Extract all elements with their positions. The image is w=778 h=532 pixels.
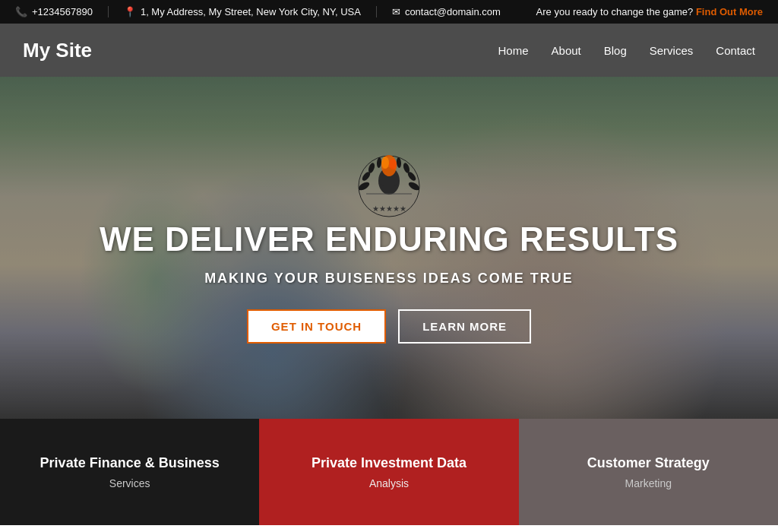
- svg-point-4: [376, 157, 381, 168]
- top-bar: 📞 +1234567890 📍 1, My Address, My Street…: [0, 0, 778, 24]
- nav-services[interactable]: Services: [650, 44, 694, 57]
- cta-text: Are you ready to change the game?: [536, 6, 694, 17]
- logo: My Site: [23, 39, 498, 62]
- address-item: 📍 1, My Address, My Street, New York Cit…: [109, 6, 377, 17]
- hero-section: ★★★★★ WE DELIVER ENDURING RESULTS MAKING…: [0, 77, 778, 419]
- svg-point-13: [389, 159, 397, 169]
- card-investment: Private Investment Data Analysis: [259, 419, 518, 525]
- phone-number: +1234567890: [32, 6, 93, 17]
- svg-text:★★★★★: ★★★★★: [372, 204, 406, 213]
- address-text: 1, My Address, My Street, New York City,…: [141, 6, 361, 17]
- get-in-touch-button[interactable]: GET IN TOUCH: [247, 309, 386, 344]
- card-investment-subtitle: Analysis: [369, 477, 409, 489]
- location-icon: 📍: [124, 6, 136, 17]
- phone-item: 📞 +1234567890: [15, 6, 109, 17]
- svg-rect-10: [381, 175, 397, 186]
- service-cards: Private Finance & Business Services Priv…: [0, 419, 778, 525]
- card-strategy-title: Customer Strategy: [587, 455, 710, 471]
- nav-home[interactable]: Home: [498, 44, 529, 57]
- card-finance: Private Finance & Business Services: [0, 419, 259, 525]
- card-strategy-subtitle: Marketing: [625, 477, 672, 489]
- phone-icon: 📞: [15, 6, 27, 17]
- email-item: ✉ contact@domain.com: [377, 6, 516, 17]
- card-investment-title: Private Investment Data: [312, 455, 466, 471]
- nav-blog[interactable]: Blog: [604, 44, 627, 57]
- nav-contact[interactable]: Contact: [716, 44, 755, 57]
- card-finance-subtitle: Services: [109, 477, 150, 489]
- top-bar-cta: Are you ready to change the game? Find O…: [536, 6, 763, 17]
- learn-more-button[interactable]: LEARN MORE: [398, 309, 531, 344]
- card-strategy: Customer Strategy Marketing: [519, 419, 778, 525]
- email-icon: ✉: [392, 6, 400, 17]
- hero-title: WE DELIVER ENDURING RESULTS: [100, 220, 678, 258]
- card-finance-title: Private Finance & Business: [40, 455, 220, 471]
- hero-buttons: GET IN TOUCH LEARN MORE: [247, 309, 531, 344]
- hero-subtitle: MAKING YOUR BUISENESS IDEAS COME TRUE: [204, 271, 574, 287]
- svg-point-12: [381, 157, 389, 169]
- main-nav: Home About Blog Services Contact: [498, 44, 755, 57]
- svg-point-8: [396, 157, 401, 168]
- cta-link[interactable]: Find Out More: [696, 6, 763, 17]
- header: My Site Home About Blog Services Contact: [0, 24, 778, 77]
- hero-content: ★★★★★ WE DELIVER ENDURING RESULTS MAKING…: [100, 152, 678, 344]
- hero-badge: ★★★★★: [355, 152, 423, 220]
- email-text: contact@domain.com: [405, 6, 501, 17]
- nav-about[interactable]: About: [552, 44, 581, 57]
